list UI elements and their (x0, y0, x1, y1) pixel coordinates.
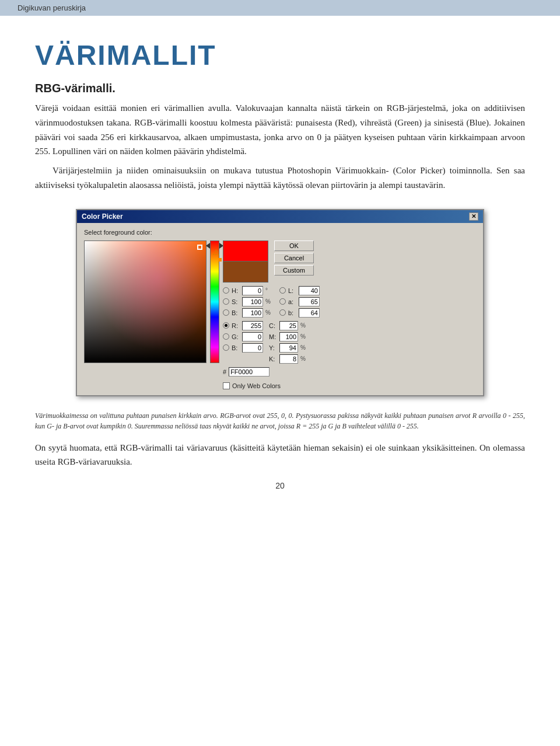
cancel-button[interactable]: Cancel (274, 253, 314, 263)
preview-buttons-row: ⚠ OK Cancel Custom (223, 240, 320, 283)
b-input[interactable] (242, 308, 263, 318)
B3-field-row: B: (223, 343, 263, 353)
custom-button[interactable]: Custom (274, 265, 314, 276)
b2-label: b: (288, 309, 296, 316)
h-unit: ° (265, 287, 274, 294)
R-field-row: R: (223, 321, 263, 330)
s-input[interactable] (242, 297, 263, 306)
Y-field-row: Y: % (269, 343, 309, 353)
fields-rgb-cmyk: R: G: (223, 321, 320, 364)
only-web-colors-checkbox[interactable] (223, 382, 230, 389)
M-unit: % (300, 333, 309, 340)
ok-button[interactable]: OK (274, 240, 314, 251)
only-web-colors-row: Only Web Colors (223, 382, 320, 389)
K-unit: % (300, 355, 309, 362)
dialog-titlebar: Color Picker ✕ (77, 210, 483, 223)
R-input[interactable] (242, 321, 263, 330)
a-input[interactable] (299, 297, 320, 306)
warning-icon: ⚠ (212, 247, 220, 257)
G-field-row: G: (223, 332, 263, 341)
caption-text: Värimuokkaimessa on valittuna puhtaan pu… (35, 410, 525, 431)
K-field-row: K: % (269, 354, 309, 364)
gamut-indicator (218, 258, 222, 262)
L-field-row: L: (279, 286, 320, 295)
Y-unit: % (300, 344, 309, 351)
L-radio[interactable] (279, 287, 286, 294)
s-label: S: (232, 298, 240, 305)
B3-radio[interactable] (223, 344, 229, 351)
b-label: B: (232, 309, 240, 316)
G-radio[interactable] (223, 333, 229, 340)
C-field-row: C: % (269, 321, 309, 330)
current-color-preview (223, 262, 268, 283)
header-bar: Digikuvan peruskirja (0, 0, 560, 16)
dialog-title: Color Picker (82, 212, 123, 221)
L-label: L: (288, 287, 296, 294)
M-label: M: (269, 333, 277, 340)
s-unit: % (265, 298, 274, 305)
G-input[interactable] (242, 332, 263, 341)
a-field-row: a: (279, 297, 320, 306)
section-heading: RBG-värimalli. (35, 82, 525, 95)
right-panel: ⚠ OK Cancel Custom (223, 240, 320, 389)
Y-input[interactable] (279, 343, 298, 353)
M-input[interactable] (279, 332, 298, 341)
body-paragraph-1: Värejä voidaan esittää monien eri värima… (35, 101, 525, 159)
hex-hash: # (223, 368, 226, 375)
rgb-fields: R: G: (223, 321, 263, 364)
cmyk-fields: C: % M: % (269, 321, 309, 364)
b-unit: % (265, 309, 274, 316)
s-field-row: S: % (223, 297, 274, 306)
close-button[interactable]: ✕ (469, 212, 478, 221)
a-radio[interactable] (279, 298, 286, 305)
page-content: VÄRIMALLIT RBG-värimalli. Värejä voidaan… (0, 16, 560, 514)
M-field-row: M: % (269, 332, 309, 341)
h-input[interactable] (242, 286, 263, 295)
L-input[interactable] (299, 286, 320, 295)
color-picker-dialog[interactable]: Color Picker ✕ Select foreground color: (76, 209, 484, 396)
b2-input[interactable] (299, 308, 320, 318)
B3-input[interactable] (242, 343, 263, 353)
dialog-wrapper: Color Picker ✕ Select foreground color: (35, 209, 525, 396)
b-radio[interactable] (223, 309, 229, 316)
dialog-body: Select foreground color: (77, 223, 483, 395)
K-label: K: (269, 355, 277, 362)
R-label: R: (232, 322, 240, 329)
fields-hsb-lab: H: ° S: % (223, 286, 320, 318)
hex-input[interactable] (229, 367, 270, 377)
page-number: 20 (35, 481, 525, 490)
dialog-buttons: OK Cancel Custom (274, 240, 314, 276)
new-color-preview (223, 240, 268, 262)
only-web-colors-label: Only Web Colors (232, 382, 281, 389)
lab-fields: L: a: (279, 286, 320, 318)
R-radio[interactable] (223, 322, 229, 329)
C-input[interactable] (279, 321, 298, 330)
gradient-crosshair (197, 245, 202, 250)
body-paragraph-2: Värijärjestelmiin ja niiden ominaisuuksi… (35, 163, 525, 193)
hsb-fields: H: ° S: % (223, 286, 274, 318)
b2-field-row: b: (279, 308, 320, 318)
header-title: Digikuvan peruskirja (18, 4, 86, 12)
caption-em: Värimuokkaimessa on valittuna puhtaan pu… (35, 412, 525, 430)
h-radio[interactable] (223, 287, 229, 294)
s-radio[interactable] (223, 298, 229, 305)
titlebar-buttons: ✕ (469, 212, 478, 221)
h-label: H: (232, 287, 240, 294)
hue-arrow-left (206, 243, 210, 249)
page-title: VÄRIMALLIT (35, 39, 525, 71)
hex-row: # (223, 367, 320, 377)
h-field-row: H: ° (223, 286, 274, 295)
a-label: a: (288, 298, 296, 305)
Y-label: Y: (269, 344, 277, 351)
K-input[interactable] (279, 354, 298, 364)
bottom-paragraph-1: On syytä huomata, että RGB-värimalli tai… (35, 441, 525, 470)
C-label: C: (269, 322, 277, 329)
preview-area: ⚠ (223, 240, 268, 283)
G-label: G: (232, 333, 240, 340)
b-field-row: B: % (223, 308, 274, 318)
color-gradient-picker[interactable] (84, 240, 206, 363)
foreground-label: Select foreground color: (84, 229, 320, 236)
b2-radio[interactable] (279, 309, 286, 316)
B3-label: B: (232, 344, 240, 351)
C-unit: % (300, 322, 309, 329)
